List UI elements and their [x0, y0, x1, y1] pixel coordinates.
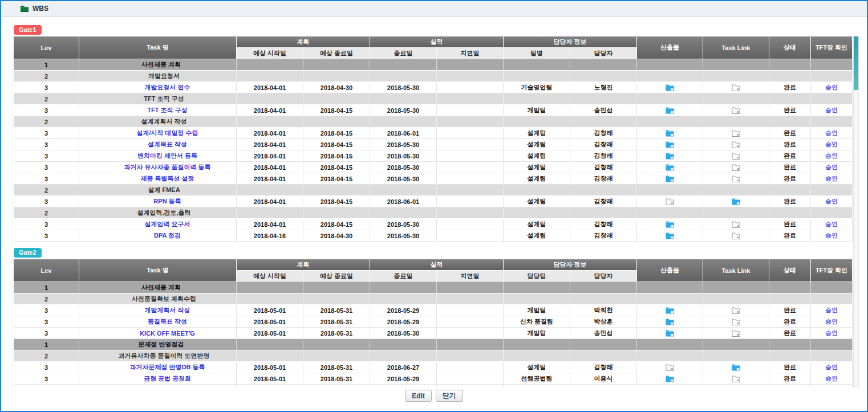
approve-link[interactable]: 승인: [825, 329, 838, 336]
output-folder-icon[interactable]: [666, 307, 674, 314]
output-folder-icon[interactable]: [666, 329, 674, 337]
approve-link[interactable]: 승인: [825, 175, 838, 182]
task-link[interactable]: 설계입력 요구서: [125, 221, 190, 227]
approve-link[interactable]: 승인: [825, 84, 838, 91]
cell-plan-start: 2018-05-01: [237, 373, 303, 385]
approve-link[interactable]: 승인: [825, 152, 838, 159]
task-link-folder-icon[interactable]: [732, 221, 740, 228]
approve-link[interactable]: 승인: [825, 318, 838, 325]
cell-delay: [437, 185, 504, 196]
cell-person: 김창래: [570, 219, 637, 230]
task-link[interactable]: 개발요청서 접수: [125, 84, 190, 91]
approve-link[interactable]: 승인: [825, 221, 838, 227]
col-header-output: 산출물: [637, 36, 703, 59]
cell-plan-start: 2018-04-01: [237, 162, 303, 173]
task-link-folder-icon[interactable]: [732, 84, 740, 91]
task-link[interactable]: 금형 공법 공청회: [124, 375, 191, 382]
task-link[interactable]: TFT 조직 구성: [128, 107, 187, 113]
cell-tft-confirm: 승인: [811, 150, 853, 162]
table-row: 1사전제품 계획: [14, 59, 853, 71]
edit-button[interactable]: Edit: [405, 390, 432, 402]
cell-task: KICK OFF MEET'G: [79, 328, 237, 339]
approve-link[interactable]: 승인: [825, 232, 838, 239]
cell-team: [504, 207, 570, 219]
cell-team: 신차 품질팀: [504, 316, 570, 328]
cell-task: 설계계획서 작성: [79, 116, 237, 128]
approve-link[interactable]: 승인: [825, 307, 838, 313]
cell-output: [637, 185, 703, 196]
cell-task-link: [703, 362, 769, 373]
col-subheader-actual-end: 종료일: [370, 48, 437, 59]
task-link-folder-icon[interactable]: [732, 107, 740, 114]
approve-link[interactable]: 승인: [825, 164, 838, 170]
cell-actual-end: 2018-05-30: [370, 139, 437, 150]
task-link[interactable]: 개발계획서 작성: [125, 307, 190, 313]
task-link-folder-icon[interactable]: [732, 129, 740, 137]
output-folder-icon[interactable]: [666, 364, 674, 371]
cell-person: [570, 350, 637, 362]
approve-link[interactable]: 승인: [825, 107, 838, 113]
output-folder-icon[interactable]: [666, 232, 674, 239]
task-link-folder-icon[interactable]: [732, 375, 740, 382]
task-link-folder-icon[interactable]: [732, 152, 740, 160]
task-link-folder-icon[interactable]: [732, 175, 740, 182]
approve-link[interactable]: 승인: [825, 129, 838, 136]
cell-actual-end: [370, 185, 437, 196]
task-link[interactable]: 설계목표 작성: [128, 141, 187, 148]
output-folder-icon[interactable]: [666, 318, 674, 325]
task-link-folder-icon[interactable]: [732, 364, 740, 371]
gate-badge-gate1: Gate1: [14, 25, 42, 35]
task-link[interactable]: 과거차문제점 반영DB 등록: [111, 364, 205, 370]
task-link-folder-icon[interactable]: [732, 164, 740, 171]
cell-tft-confirm: 승인: [811, 82, 853, 93]
cell-plan-end: [303, 59, 370, 71]
scrollbar-thumb[interactable]: [854, 36, 858, 90]
task-link[interactable]: 벤치마킹 제안서 등록: [118, 152, 197, 159]
task-link-folder-icon[interactable]: [732, 232, 740, 239]
task-link-folder-icon[interactable]: [732, 307, 740, 314]
approve-link[interactable]: 승인: [825, 141, 838, 148]
task-link[interactable]: 과거차 유사차종 품질이력 등록: [104, 164, 210, 170]
output-folder-icon[interactable]: [666, 84, 674, 91]
task-link[interactable]: 품질목표 작성: [128, 318, 187, 325]
task-group-label: 개발요청서: [136, 72, 180, 79]
task-link-folder-icon[interactable]: [732, 318, 740, 325]
approve-link[interactable]: 승인: [825, 198, 838, 205]
task-link[interactable]: 제품 특별특성 설정: [121, 175, 194, 182]
cell-person: [570, 185, 637, 196]
output-folder-icon[interactable]: [666, 164, 674, 171]
table-row: 3KICK OFF MEET'G2018-05-012018-05-312018…: [14, 328, 853, 339]
output-folder-icon[interactable]: [666, 198, 674, 205]
cell-plan-end: 2018-04-15: [303, 219, 370, 230]
task-link[interactable]: 설계/시작 대일정 수립: [117, 129, 198, 136]
cell-tft-confirm: [811, 207, 853, 219]
cell-empty: [437, 385, 504, 387]
cell-actual-end: [370, 116, 437, 128]
cell-team: 설계팀: [504, 219, 570, 230]
output-folder-icon[interactable]: [666, 375, 674, 382]
cell-plan-end: [303, 185, 370, 196]
approve-link[interactable]: 승인: [825, 375, 838, 382]
cell-plan-start: [237, 71, 303, 82]
cell-plan-start: 2018-05-01: [237, 362, 303, 373]
cell-task: 과거차 유사차종 품질이력 등록: [79, 162, 237, 173]
output-folder-icon[interactable]: [666, 129, 674, 137]
vertical-scrollbar[interactable]: [853, 36, 859, 387]
output-folder-icon[interactable]: [666, 175, 674, 182]
cell-status: [769, 71, 811, 82]
task-link[interactable]: RPN 등록: [134, 198, 181, 205]
cell-person: 김창래: [570, 139, 637, 150]
task-link-folder-icon[interactable]: [732, 198, 740, 205]
output-folder-icon[interactable]: [666, 221, 674, 228]
task-link[interactable]: DPA 점검: [135, 232, 181, 239]
cell-tft-confirm: [811, 339, 853, 350]
output-folder-icon[interactable]: [666, 152, 674, 160]
task-link-folder-icon[interactable]: [732, 141, 740, 148]
close-button[interactable]: 닫기: [436, 390, 463, 402]
task-group-label: 문제점 반영점검: [131, 341, 184, 348]
approve-link[interactable]: 승인: [825, 364, 838, 370]
output-folder-icon[interactable]: [666, 141, 674, 148]
output-folder-icon[interactable]: [666, 107, 674, 114]
task-link-folder-icon[interactable]: [732, 329, 740, 337]
task-link[interactable]: KICK OFF MEET'G: [120, 330, 195, 337]
